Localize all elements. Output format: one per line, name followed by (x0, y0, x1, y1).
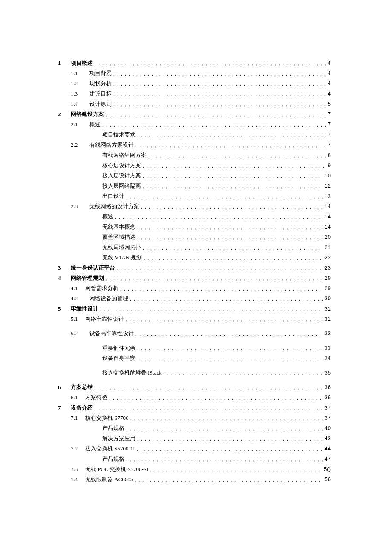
toc-chapter-number: 7 (58, 405, 71, 410)
toc-leader-dots (137, 356, 323, 361)
toc-title: 设备介绍 (71, 405, 93, 410)
toc-entry: 3统一身份认证平台23 (58, 265, 331, 270)
toc-leader-dots (143, 163, 326, 169)
toc-page-number: 5 (328, 101, 331, 107)
toc-entry: 产品规格40 (58, 425, 331, 431)
toc-section-number: 2.3 (71, 203, 89, 209)
toc-leader-dots (137, 225, 323, 230)
toc-leader-dots (143, 174, 323, 179)
toc-entry: 接入层网络隔离12 (58, 183, 331, 189)
toc-page-number: 4 (328, 81, 331, 86)
toc-page-number: 21 (325, 244, 331, 250)
toc-page-number: 37 (325, 415, 331, 421)
toc-leader-dots (113, 92, 326, 97)
toc-leader-dots (106, 112, 326, 117)
toc-page-number: 37 (325, 405, 331, 410)
toc-page-number: 7 (328, 132, 331, 137)
toc-chapter-number: 4 (58, 275, 71, 281)
toc-entry: 产品规格47 (58, 456, 331, 462)
spacer (58, 380, 331, 384)
toc-leader-dots (126, 457, 323, 462)
toc-page-number: 4 (328, 60, 331, 66)
toc-entry: 5牢靠性设计31 (58, 306, 331, 311)
toc-leader-dots (113, 102, 326, 107)
toc-leader-dots (135, 143, 326, 148)
toc-entry: 2网络建设方案7 (58, 111, 331, 117)
toc-entry: 项目技术要求7 (58, 132, 331, 137)
toc-entry: 7.3无线 POE 交换机 S5700-SI5() (58, 466, 331, 472)
toc-page-number: 4 (328, 70, 331, 76)
toc-title: 网管需求分析 (85, 285, 118, 291)
toc-title: 产品规格 (102, 425, 124, 431)
toc-page-number: 7 (328, 122, 331, 127)
toc-title: 解决方案应用 (102, 436, 135, 441)
toc-leader-dots (95, 406, 323, 411)
toc-title: 设备自身平安 (102, 355, 135, 361)
toc-title: 建设目标 (89, 91, 112, 96)
toc-section-number: 5.2 (71, 331, 89, 336)
toc-leader-dots (106, 276, 323, 281)
toc-page-number: 31 (325, 306, 331, 311)
toc-title: 现状分析 (89, 81, 112, 86)
toc-leader-dots (126, 194, 323, 199)
toc-section-number: 7.3 (71, 466, 85, 472)
toc-entry: 1.4设计原则5 (58, 101, 331, 107)
toc-title: 接入交换机的堆叠 iStack (102, 370, 162, 375)
toc-title: 牢靠性设计 (71, 306, 98, 311)
toc-leader-dots (126, 317, 323, 322)
toc-page-number: 20 (325, 234, 331, 240)
toc-page-number: 29 (325, 285, 331, 291)
toc-page-number: 29 (325, 275, 331, 281)
toc-leader-dots (109, 395, 323, 401)
toc-page-number: 56 (325, 477, 331, 482)
toc-title: 接入层网络隔离 (102, 183, 141, 189)
toc-section-number: 1.1 (71, 70, 89, 76)
toc-leader-dots (137, 235, 323, 240)
toc-leader-dots (100, 307, 323, 312)
toc-entry: 设备自身平安34 (58, 355, 331, 361)
toc-leader-dots (141, 204, 323, 209)
toc-page-number: 47 (325, 456, 331, 462)
toc-section-number: 4.2 (71, 296, 89, 301)
toc-entry: 接入层设计方案10 (58, 173, 331, 178)
toc-title: 网络设备的管理 (89, 296, 128, 301)
toc-entry: 7.4无线限制器 AC660556 (58, 477, 331, 482)
toc-title: 核心交换机 S7706 (85, 415, 128, 421)
toc-title: 核心层设计方案 (102, 163, 141, 168)
toc-page-number: 7 (328, 111, 331, 117)
toc-title: 无线 V1AN 规划 (102, 255, 142, 260)
toc-leader-dots (137, 133, 326, 138)
toc-entry: 概述14 (58, 214, 331, 219)
toc-title: 产品规格 (102, 456, 124, 462)
toc-title: 统一身份认证平台 (71, 265, 115, 270)
toc-page-number: 34 (325, 355, 331, 361)
toc-title: 方案特色 (85, 395, 107, 400)
toc-leader-dots (135, 331, 323, 337)
toc-section-number: 2.1 (71, 122, 89, 127)
toc-section-number: 4.1 (71, 285, 85, 291)
toc-entry: 7.1核心交换机 S770637 (58, 415, 331, 421)
toc-page-number: 13 (325, 193, 331, 199)
toc-entry: 无线基本概念14 (58, 224, 331, 230)
toc-page-number: 12 (325, 183, 331, 189)
toc-entry: 2.2有线网络方案设计7 (58, 142, 331, 148)
toc-entry: 4.1网管需求分析29 (58, 285, 331, 291)
toc-title: 概述 (102, 214, 113, 219)
toc-entry: 无线局域网拓扑21 (58, 244, 331, 250)
toc-title: 设计原则 (89, 101, 112, 107)
toc-page-number: 23 (325, 265, 331, 270)
toc-entry: 7设备介绍37 (58, 405, 331, 410)
toc-page-number: 36 (325, 384, 331, 390)
toc-page-number: 14 (325, 214, 331, 219)
toc-entry: 有线网络组网方案8 (58, 152, 331, 158)
toc-section-number: 7.2 (71, 446, 85, 451)
toc-page-number: 31 (325, 316, 331, 322)
toc-entry: 解决方案应用43 (58, 436, 331, 441)
toc-section-number: 5.1 (71, 316, 85, 322)
toc-entry: 5.2设备高牢靠性设计33 (58, 331, 331, 336)
toc-page-number: 35 (325, 370, 331, 375)
toc-title: 网络管理规划 (71, 275, 104, 281)
toc-page-number: 7 (328, 142, 331, 148)
toc-page-number: 33 (325, 345, 331, 351)
toc-entry: 接入交换机的堆叠 iStack35 (58, 370, 331, 375)
